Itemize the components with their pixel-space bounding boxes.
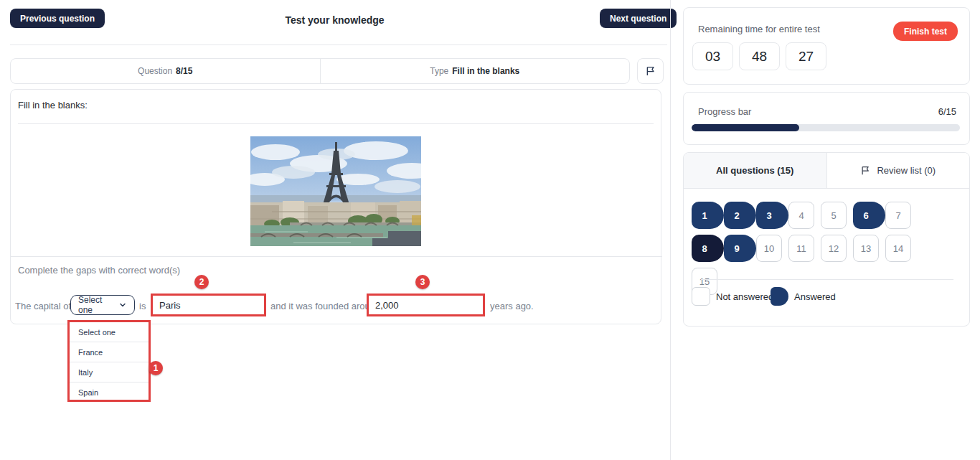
progress-bar-fill: [692, 124, 799, 131]
type-value: Fill in the blanks: [452, 66, 519, 76]
question-value: 8/15: [176, 66, 192, 76]
type-label: Type: [430, 66, 448, 76]
annotation-circle-2: 2: [194, 275, 209, 289]
years-input[interactable]: 2,000: [369, 300, 399, 311]
progress-value: 6/15: [938, 106, 956, 117]
sentence-part3: and it was founded around: [270, 301, 380, 311]
sentence-part1: The capital of: [15, 301, 71, 311]
tab-all-questions[interactable]: All questions (15): [684, 153, 826, 188]
country-select[interactable]: Select one: [70, 295, 135, 315]
not-answered-label: Not answered: [716, 291, 773, 302]
city-input[interactable]: Paris: [153, 300, 181, 311]
image-divider: [11, 256, 662, 257]
finish-test-button[interactable]: Finish test: [893, 22, 958, 41]
annotation-circle-1: 1: [149, 361, 163, 375]
annotation-box-2: Paris 2: [151, 294, 266, 316]
timer-card: Remaining time for entire test Finish te…: [683, 7, 970, 85]
dropdown-option-select-one[interactable]: Select one: [70, 322, 149, 342]
question-image: [250, 136, 421, 246]
progress-bar: [692, 124, 960, 131]
timer-seconds: 27: [786, 42, 826, 70]
annotation-box-3: 2,000 3: [367, 294, 485, 316]
dropdown-option-france[interactable]: France: [70, 342, 149, 362]
question-counter: Question 8/15: [11, 59, 320, 83]
tab-review-list[interactable]: Review list (0): [826, 153, 970, 188]
not-answered-icon: [692, 287, 710, 306]
question-badge-4[interactable]: 4: [788, 202, 814, 229]
question-badge-2[interactable]: 2: [724, 202, 756, 229]
question-label: Question: [138, 66, 172, 76]
header-divider: [10, 44, 667, 45]
question-badge-7[interactable]: 7: [885, 202, 911, 229]
question-badge-5[interactable]: 5: [821, 202, 847, 229]
question-meta-bar: Question 8/15 Type Fill in the blanks: [10, 58, 630, 84]
gap-instruction: Complete the gaps with correct word(s): [18, 265, 180, 276]
dropdown-option-spain[interactable]: Spain: [70, 382, 149, 403]
question-badge-1[interactable]: 1: [692, 202, 724, 229]
progress-card: Progress bar 6/15: [683, 92, 970, 145]
question-grid: 123456789101112131415: [692, 202, 928, 301]
question-card: Fill in the blanks:: [10, 89, 661, 324]
question-badge-6[interactable]: 6: [853, 202, 885, 229]
page-title: Test your knowledge: [0, 14, 669, 26]
question-badge-14[interactable]: 14: [885, 235, 911, 262]
dropdown-menu: Select oneFranceItalySpain: [67, 320, 151, 402]
next-question-button[interactable]: Next question: [600, 9, 677, 28]
progress-label: Progress bar: [698, 106, 751, 117]
questions-tabs: All questions (15) Review list (0): [684, 153, 969, 189]
panel-divider: [670, 0, 671, 460]
legend-divider: [701, 279, 953, 280]
tab-all-questions-label: All questions (15): [716, 165, 793, 176]
timer-hours: 03: [692, 42, 733, 70]
question-type: Type Fill in the blanks: [321, 59, 630, 83]
tab-review-list-label: Review list (0): [877, 165, 936, 176]
question-badge-8[interactable]: 8: [692, 235, 724, 262]
question-badge-13[interactable]: 13: [853, 235, 879, 262]
test-page: Previous question Test your knowledge Ne…: [0, 0, 980, 460]
answered-icon: [771, 287, 788, 306]
question-prompt: Fill in the blanks:: [18, 100, 88, 111]
flag-icon: [860, 165, 871, 176]
question-badge-3[interactable]: 3: [756, 202, 788, 229]
timer-label: Remaining time for entire test: [698, 24, 820, 34]
flag-icon: [645, 65, 656, 77]
question-badge-10[interactable]: 10: [756, 235, 782, 262]
questions-card: All questions (15) Review list (0) 12345…: [683, 152, 970, 327]
flag-question-button[interactable]: [637, 58, 664, 84]
chevron-down-icon: [118, 301, 127, 309]
question-badge-12[interactable]: 12: [821, 235, 847, 262]
dropdown-option-italy[interactable]: Italy: [70, 362, 149, 382]
country-select-value: Select one: [78, 295, 113, 315]
question-badge-11[interactable]: 11: [788, 235, 814, 262]
annotation-circle-3: 3: [415, 275, 430, 289]
sentence-part2: is: [139, 301, 146, 311]
question-badge-9[interactable]: 9: [724, 235, 756, 262]
timer-minutes: 48: [739, 42, 780, 70]
prompt-divider: [18, 123, 654, 124]
sentence-part4: years ago.: [490, 301, 534, 311]
answered-label: Answered: [794, 291, 836, 302]
